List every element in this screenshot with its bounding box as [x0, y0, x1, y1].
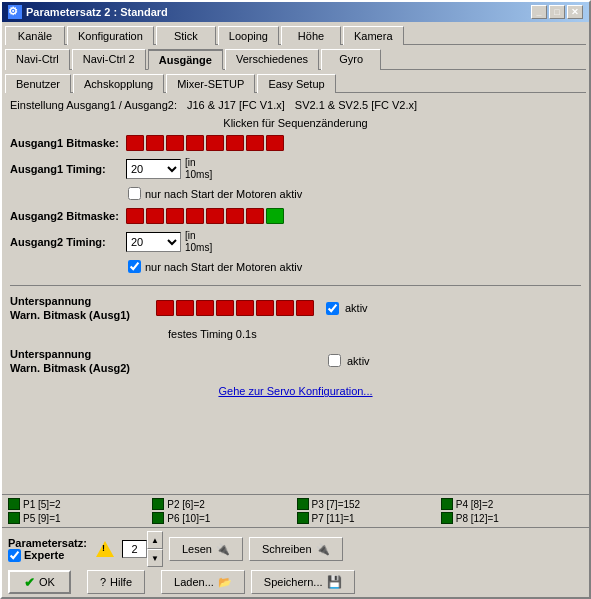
tab-row-1: Kanäle Konfiguration Stick Looping Höhe …: [2, 22, 589, 44]
ausgang1-checkbox-row: nur nach Start der Motoren aktiv: [128, 187, 581, 200]
warn1-led-7[interactable]: [276, 300, 294, 316]
spin-down-button[interactable]: ▼: [147, 549, 163, 567]
ausgang2-timing-select[interactable]: 20: [126, 232, 181, 252]
ausgang1-led-3[interactable]: [166, 135, 184, 151]
status-dot-p6: [152, 512, 164, 524]
status-item-p2: P2 [6]=2: [152, 498, 294, 510]
unterspannung1-row: Unterspannung Warn. Bitmask (Ausg1) akti…: [10, 294, 581, 323]
status-label-p7: P7 [11]=1: [312, 513, 355, 524]
ausgang1-led-strip[interactable]: [126, 135, 284, 151]
ausgang2-led-6[interactable]: [226, 208, 244, 224]
laden-button[interactable]: Laden... 📂: [161, 570, 245, 594]
window-title: Parametersatz 2 : Standard: [26, 6, 168, 18]
tab-easy-setup[interactable]: Easy Setup: [257, 74, 335, 93]
unterspannung1-aktiv-checkbox[interactable]: [326, 302, 339, 315]
ausgang1-led-8[interactable]: [266, 135, 284, 151]
ausgang2-led-4[interactable]: [186, 208, 204, 224]
ausgang2-bitmask-label: Ausgang2 Bitmaske:: [10, 210, 120, 222]
tab-row-2: Navi-Ctrl Navi-Ctrl 2 Ausgänge Verschied…: [2, 45, 589, 69]
experte-label: Experte: [24, 549, 64, 561]
tab-kamera[interactable]: Kamera: [343, 26, 404, 45]
ausgang1-bitmask-row: Ausgang1 Bitmaske:: [10, 135, 581, 151]
status-dot-p1: [8, 498, 20, 510]
ausgang1-led-6[interactable]: [226, 135, 244, 151]
ausgang2-led-7[interactable]: [246, 208, 264, 224]
tab-looping[interactable]: Looping: [218, 26, 279, 45]
info-label-1: Einstellung Ausgang1 / Ausgang2:: [10, 99, 177, 111]
unterspannung2-aktiv-checkbox[interactable]: [328, 354, 341, 367]
experte-checkbox[interactable]: [8, 549, 21, 562]
ausgang2-checkbox[interactable]: [128, 260, 141, 273]
tab-gyro[interactable]: Gyro: [321, 49, 381, 70]
ausgang2-led-1[interactable]: [126, 208, 144, 224]
status-label-p1: P1 [5]=2: [23, 499, 61, 510]
question-icon: ?: [100, 576, 106, 588]
ausgang1-bitmask-label: Ausgang1 Bitmaske:: [10, 137, 120, 149]
warn1-led-5[interactable]: [236, 300, 254, 316]
bottom-row1: Parametersatz: Experte ▲ ▼ Lesen: [8, 531, 583, 567]
check-icon: ✔: [24, 575, 35, 590]
status-dot-p5: [8, 512, 20, 524]
maximize-button[interactable]: □: [549, 5, 565, 19]
unterspannung1-label: Unterspannung Warn. Bitmask (Ausg1): [10, 294, 150, 323]
hilfe-button[interactable]: ? Hilfe: [87, 570, 145, 594]
unterspannung1-aktiv-label: aktiv: [345, 302, 368, 314]
tab-konfiguration[interactable]: Konfiguration: [67, 26, 154, 45]
status-dot-p4: [441, 498, 453, 510]
tab-navi-ctrl-2[interactable]: Navi-Ctrl 2: [72, 49, 146, 70]
tab-row-3: Benutzer Achskopplung Mixer-SETUP Easy S…: [2, 70, 589, 92]
close-button[interactable]: ✕: [567, 5, 583, 19]
ausgang1-led-5[interactable]: [206, 135, 224, 151]
ausgang2-led-8[interactable]: [266, 208, 284, 224]
status-label-p6: P6 [10]=1: [167, 513, 210, 524]
schreiben-button[interactable]: Schreiben 🔌: [249, 537, 343, 561]
status-item-p3: P3 [7]=152: [297, 498, 439, 510]
tab-mixer-setup[interactable]: Mixer-SETUP: [166, 74, 255, 93]
unterspannung2-row: Unterspannung Warn. Bitmask (Ausg2) akti…: [10, 347, 581, 376]
status-label-p8: P8 [12]=1: [456, 513, 499, 524]
warn1-led-4[interactable]: [216, 300, 234, 316]
tab-achskopplung[interactable]: Achskopplung: [73, 74, 164, 93]
ausgang2-checkbox-label: nur nach Start der Motoren aktiv: [145, 261, 302, 273]
warn-num-input[interactable]: [122, 540, 147, 558]
warn1-led-8[interactable]: [296, 300, 314, 316]
minimize-button[interactable]: _: [531, 5, 547, 19]
tab-navi-ctrl[interactable]: Navi-Ctrl: [5, 49, 70, 70]
link-area: Gehe zur Servo Konfiguration...: [10, 385, 581, 397]
tab-benutzer[interactable]: Benutzer: [5, 74, 71, 93]
status-dot-p3: [297, 498, 309, 510]
ausgang2-led-3[interactable]: [166, 208, 184, 224]
ok-button[interactable]: ✔ OK: [8, 570, 71, 594]
tab-verschiedenes[interactable]: Verschiedenes: [225, 49, 319, 70]
spin-up-button[interactable]: ▲: [147, 531, 163, 549]
ausgang1-led-4[interactable]: [186, 135, 204, 151]
servo-config-link[interactable]: Gehe zur Servo Konfiguration...: [218, 385, 372, 397]
warn1-led-strip[interactable]: [156, 300, 314, 316]
status-item-p6: P6 [10]=1: [152, 512, 294, 524]
warn1-led-1[interactable]: [156, 300, 174, 316]
speichern-button[interactable]: Speichern... 💾: [251, 570, 355, 594]
disk-icon: 💾: [327, 575, 342, 589]
ausgang2-led-5[interactable]: [206, 208, 224, 224]
tab-ausgaenge[interactable]: Ausgänge: [148, 49, 223, 70]
ausgang1-checkbox[interactable]: [128, 187, 141, 200]
ausgang2-timing-label: Ausgang2 Timing:: [10, 236, 120, 248]
warn1-led-3[interactable]: [196, 300, 214, 316]
ausgang2-led-2[interactable]: [146, 208, 164, 224]
warn-num-group[interactable]: ▲ ▼: [122, 531, 163, 567]
ausgang1-timing-select[interactable]: 20: [126, 159, 181, 179]
tab-kanaele[interactable]: Kanäle: [5, 26, 65, 45]
warn1-led-6[interactable]: [256, 300, 274, 316]
ausgang1-led-7[interactable]: [246, 135, 264, 151]
ausgang1-timing-control: 20 [in10ms]: [126, 157, 212, 181]
status-item-p7: P7 [11]=1: [297, 512, 439, 524]
tab-hoehe[interactable]: Höhe: [281, 26, 341, 45]
status-item-p4: P4 [8]=2: [441, 498, 583, 510]
plug-icon-2: 🔌: [316, 543, 330, 556]
ausgang2-led-strip[interactable]: [126, 208, 284, 224]
warn1-led-2[interactable]: [176, 300, 194, 316]
tab-stick[interactable]: Stick: [156, 26, 216, 45]
ausgang1-led-1[interactable]: [126, 135, 144, 151]
ausgang1-led-2[interactable]: [146, 135, 164, 151]
lesen-button[interactable]: Lesen 🔌: [169, 537, 243, 561]
